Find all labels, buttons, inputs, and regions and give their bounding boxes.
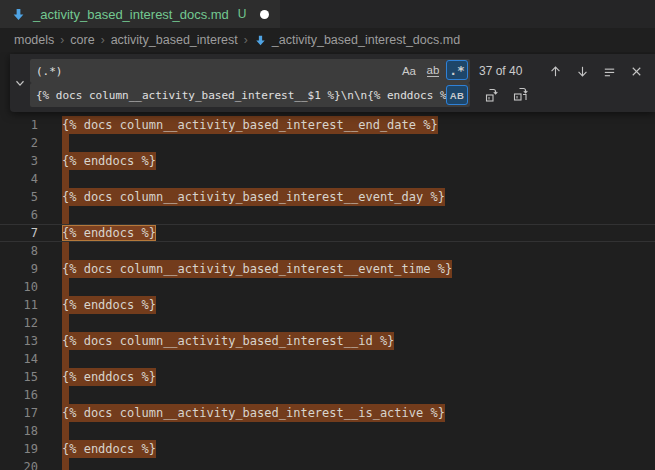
code-line[interactable]: 6 xyxy=(0,206,655,224)
find-input[interactable]: (.*) Aa ab .* xyxy=(30,59,470,83)
whole-word-label: ab xyxy=(427,65,440,77)
line-number[interactable]: 4 xyxy=(0,170,38,188)
code-line[interactable]: 2 xyxy=(0,134,655,152)
empty-line-match-highlight[interactable] xyxy=(62,134,69,152)
line-number[interactable]: 6 xyxy=(0,206,38,224)
code-line[interactable]: 10 xyxy=(0,278,655,296)
next-match-arrow-down-icon[interactable] xyxy=(572,61,592,81)
line-number[interactable]: 20 xyxy=(0,458,38,470)
line-number[interactable]: 19 xyxy=(0,440,38,458)
replace-input[interactable]: {% docs column__activity_based_interest_… xyxy=(30,83,470,107)
line-number[interactable]: 10 xyxy=(0,278,38,296)
preserve-case-label: AB xyxy=(450,90,465,101)
dirty-indicator-dot[interactable] xyxy=(260,10,269,19)
code-line[interactable]: 16 xyxy=(0,386,655,404)
search-match-highlight[interactable]: {% enddocs %} xyxy=(62,368,156,386)
line-number[interactable]: 8 xyxy=(0,242,38,260)
empty-line-match-highlight[interactable] xyxy=(62,242,69,260)
line-number[interactable]: 9 xyxy=(0,260,38,278)
results-count: 37 of 40 xyxy=(479,64,545,78)
line-number[interactable]: 18 xyxy=(0,422,38,440)
breadcrumb-item-activity-based-interest[interactable]: activity_based_interest xyxy=(111,33,238,47)
line-number[interactable]: 1 xyxy=(0,116,38,134)
whole-word-toggle[interactable]: ab xyxy=(422,61,444,81)
code-line[interactable]: 18 xyxy=(0,422,655,440)
regex-toggle[interactable]: .* xyxy=(446,60,468,80)
empty-line-match-highlight[interactable] xyxy=(62,350,69,368)
code-line[interactable]: 20 xyxy=(0,458,655,470)
line-number[interactable]: 14 xyxy=(0,350,38,368)
line-number[interactable]: 16 xyxy=(0,386,38,404)
code-line[interactable]: 8 xyxy=(0,242,655,260)
search-match-highlight[interactable]: {% docs column__activity_based_interest_… xyxy=(62,188,445,206)
line-number[interactable]: 15 xyxy=(0,368,38,386)
search-match-highlight[interactable]: {% enddocs %} xyxy=(62,152,156,170)
regex-label: .* xyxy=(449,63,465,78)
code-line[interactable]: 12 xyxy=(0,314,655,332)
tab-activity-based-interest-docs[interactable]: _activity_based_interest_docs.md U xyxy=(0,0,280,28)
code-lines: 1{% docs column__activity_based_interest… xyxy=(0,116,655,470)
vscode-window: _activity_based_interest_docs.md U model… xyxy=(0,0,655,470)
git-status-badge: U xyxy=(238,7,247,21)
empty-line-match-highlight[interactable] xyxy=(62,422,69,440)
empty-line-match-highlight[interactable] xyxy=(62,278,69,296)
line-number[interactable]: 2 xyxy=(0,134,38,152)
line-number[interactable]: 3 xyxy=(0,152,38,170)
match-case-label: Aa xyxy=(402,65,416,77)
markdown-file-icon xyxy=(11,7,26,22)
code-line[interactable]: 4 xyxy=(0,170,655,188)
empty-line-match-highlight[interactable] xyxy=(62,458,69,470)
line-number[interactable]: 7 xyxy=(0,225,38,241)
replace-value-text: {% docs column__activity_based_interest_… xyxy=(36,89,453,102)
breadcrumb-item-models[interactable]: models xyxy=(14,33,54,47)
replace-all-icon[interactable] xyxy=(511,85,531,105)
tab-filename: _activity_based_interest_docs.md xyxy=(33,7,229,22)
search-match-highlight[interactable]: {% enddocs %} xyxy=(62,440,156,458)
replace-one-icon[interactable] xyxy=(482,85,502,105)
code-line[interactable]: 5{% docs column__activity_based_interest… xyxy=(0,188,655,206)
empty-line-match-highlight[interactable] xyxy=(62,170,69,188)
breadcrumb-item-core[interactable]: core xyxy=(70,33,94,47)
empty-line-match-highlight[interactable] xyxy=(62,314,69,332)
toggle-replace-chevron-icon[interactable] xyxy=(10,54,30,112)
find-query-text: (.*) xyxy=(36,65,63,78)
line-number[interactable]: 17 xyxy=(0,404,38,422)
find-in-selection-icon[interactable] xyxy=(599,61,619,81)
empty-line-match-highlight[interactable] xyxy=(62,206,69,224)
search-match-highlight[interactable]: {% docs column__activity_based_interest_… xyxy=(62,260,452,278)
code-line[interactable]: 19{% enddocs %} xyxy=(0,440,655,458)
code-line[interactable]: 3{% enddocs %} xyxy=(0,152,655,170)
breadcrumb-separator: › xyxy=(244,33,248,47)
code-line[interactable]: 17{% docs column__activity_based_interes… xyxy=(0,404,655,422)
code-line[interactable]: 11{% enddocs %} xyxy=(0,296,655,314)
previous-match-arrow-up-icon[interactable] xyxy=(545,61,565,81)
breadcrumb: models › core › activity_based_interest … xyxy=(0,28,655,52)
editor-pane[interactable]: 1{% docs column__activity_based_interest… xyxy=(0,52,655,470)
close-find-widget-icon[interactable] xyxy=(626,61,646,81)
search-match-highlight[interactable]: {% enddocs %} xyxy=(62,225,156,241)
breadcrumb-filename: _activity_based_interest_docs.md xyxy=(272,33,460,47)
match-case-toggle[interactable]: Aa xyxy=(398,61,420,81)
line-number[interactable]: 13 xyxy=(0,332,38,350)
search-match-highlight[interactable]: {% docs column__activity_based_interest_… xyxy=(62,116,438,134)
code-line[interactable]: 15{% enddocs %} xyxy=(0,368,655,386)
search-match-highlight[interactable]: {% docs column__activity_based_interest_… xyxy=(62,332,394,350)
search-match-highlight[interactable]: {% enddocs %} xyxy=(62,296,156,314)
line-number[interactable]: 5 xyxy=(0,188,38,206)
code-line[interactable]: 1{% docs column__activity_based_interest… xyxy=(0,116,655,134)
line-number[interactable]: 12 xyxy=(0,314,38,332)
markdown-file-icon xyxy=(254,34,267,47)
code-line[interactable]: 9{% docs column__activity_based_interest… xyxy=(0,260,655,278)
breadcrumb-separator: › xyxy=(60,33,64,47)
code-line[interactable]: 7{% enddocs %} xyxy=(0,224,655,242)
empty-line-match-highlight[interactable] xyxy=(62,386,69,404)
preserve-case-toggle[interactable]: AB xyxy=(446,85,468,105)
code-line[interactable]: 13{% docs column__activity_based_interes… xyxy=(0,332,655,350)
search-match-highlight[interactable]: {% docs column__activity_based_interest_… xyxy=(62,404,445,422)
breadcrumb-item-file[interactable]: _activity_based_interest_docs.md xyxy=(254,33,460,47)
breadcrumb-separator: › xyxy=(101,33,105,47)
find-replace-widget: (.*) Aa ab .* 3 xyxy=(10,54,655,112)
code-line[interactable]: 14 xyxy=(0,350,655,368)
line-number[interactable]: 11 xyxy=(0,296,38,314)
tab-bar: _activity_based_interest_docs.md U xyxy=(0,0,655,28)
